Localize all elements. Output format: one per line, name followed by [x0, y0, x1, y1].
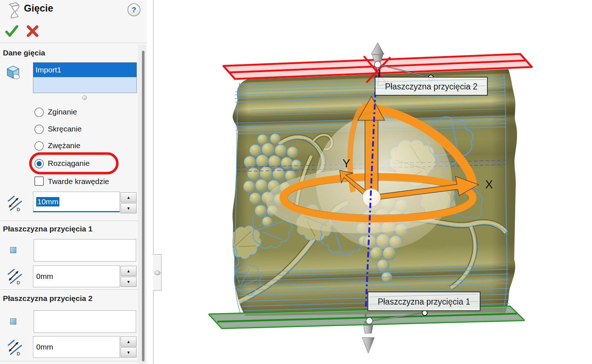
red-highlight-annotation	[28, 151, 119, 175]
section-heading-trim-plane-2: Płaszczyzna przycięcia 2	[3, 294, 92, 303]
help-button[interactable]: ?	[127, 3, 140, 16]
body-selection-icon	[5, 64, 21, 81]
flex-distance-value[interactable]: 10mm	[36, 197, 59, 206]
trim-plane-1-selection-box[interactable]	[34, 239, 136, 262]
spin-down-button[interactable]: ▼	[121, 347, 137, 357]
trim-plane-2-selection-box[interactable]	[34, 310, 136, 333]
trim-plane-1-callout[interactable]: Płaszczyzna przycięcia 1	[368, 292, 480, 311]
radio-twisting-label[interactable]: Skręcanie	[48, 125, 81, 133]
trim-distance-2-icon: D	[7, 339, 24, 356]
property-manager-panel: Gięcie ? Dane gięcia Import1 Zginanie Sk…	[0, 0, 147, 364]
panel-viewport-divider	[153, 0, 154, 364]
spin-down-button[interactable]: ▼	[121, 203, 137, 213]
trim-plane-1-callout-text: Płaszczyzna przycięcia 1	[378, 297, 470, 306]
flex-feature-icon	[7, 2, 22, 18]
trim-distance-2-spinner: ▲ ▼	[121, 336, 137, 357]
section-heading-trim-plane-1: Płaszczyzna przycięcia 1	[3, 225, 92, 233]
trim-plane-2-callout[interactable]: Płaszczyzna przycięcia 2	[375, 77, 487, 95]
panel-splitter-handle[interactable]	[153, 254, 161, 290]
cancel-button[interactable]	[26, 25, 39, 37]
axis-label-x: X	[485, 178, 493, 191]
spin-up-button[interactable]: ▲	[121, 192, 137, 202]
radio-bending[interactable]	[34, 108, 44, 117]
trim-plane-1-reference-icon	[10, 247, 16, 253]
radio-twisting[interactable]	[34, 125, 44, 134]
selected-body-item[interactable]: Import1	[33, 63, 137, 77]
flex-distance-spinner: ▲ ▼	[121, 192, 137, 213]
svg-text:D: D	[17, 280, 20, 285]
spin-up-button[interactable]: ▲	[121, 336, 137, 347]
trim-distance-2-value[interactable]: 0mm	[36, 343, 53, 351]
flex-distance-icon: D	[7, 195, 24, 212]
callout-anchor-1[interactable]	[422, 310, 427, 315]
flex-distance-input[interactable]: 10mm	[33, 192, 120, 212]
section-heading-bend-data: Dane gięcia	[3, 49, 45, 57]
hard-edges-checkbox[interactable]	[34, 176, 44, 186]
svg-text:D: D	[17, 351, 20, 356]
divider	[0, 43, 147, 43]
bodies-to-flex-listbox[interactable]: Import1	[33, 62, 137, 93]
svg-text:D: D	[17, 207, 20, 212]
axis-label-y: Y	[343, 157, 350, 170]
trim-distance-1-value[interactable]: 0mm	[36, 272, 53, 281]
divider	[0, 289, 147, 290]
radio-tapering-label[interactable]: Zwężanie	[48, 141, 80, 150]
trim-distance-1-spinner: ▲ ▼	[121, 266, 137, 287]
radio-tapering[interactable]	[34, 141, 44, 151]
trim-distance-2-input[interactable]: 0mm	[33, 336, 120, 358]
trim-plane-2-reference-icon	[10, 318, 16, 325]
trim-distance-1-input[interactable]: 0mm	[33, 265, 120, 287]
splitter-grip-dot	[155, 271, 160, 275]
trim-plane-2-handle[interactable]	[374, 61, 381, 68]
radio-bending-label[interactable]: Zginanie	[48, 108, 77, 116]
ok-button[interactable]	[5, 24, 19, 38]
hard-edges-label[interactable]: Twarde krawędzie	[48, 177, 109, 186]
graphics-viewport[interactable]: Y X Płaszczyzna przy	[154, 0, 592, 364]
spin-up-button[interactable]: ▲	[121, 266, 137, 276]
listbox-resize-grip[interactable]	[82, 95, 87, 100]
trim-plane-1-drag-arrow[interactable]	[362, 325, 374, 353]
divider	[0, 361, 147, 362]
trim-plane-1-handle[interactable]	[366, 318, 373, 324]
divider	[0, 221, 147, 221]
spin-down-button[interactable]: ▼	[121, 277, 137, 287]
panel-scrollbar-thumb[interactable]	[142, 51, 144, 361]
trim-distance-1-icon: D	[7, 268, 24, 285]
panel-title: Gięcie	[24, 3, 53, 14]
